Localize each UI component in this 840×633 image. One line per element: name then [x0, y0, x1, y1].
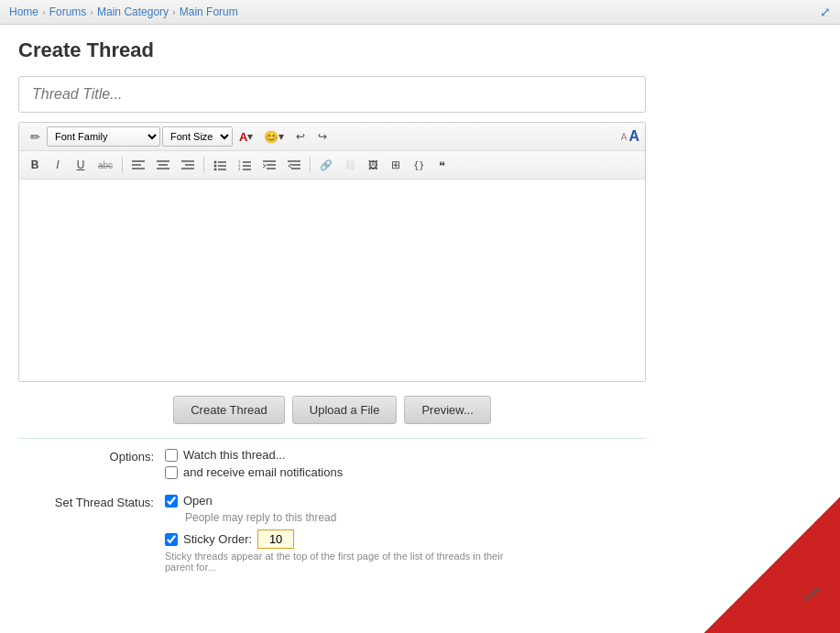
options-content: Watch this thread... and receive email n… [165, 448, 646, 483]
font-color-btn[interactable]: ▾ [235, 126, 257, 147]
options-label: Options: [18, 448, 165, 464]
breadcrumb-forums[interactable]: Forums [49, 5, 87, 18]
breadcrumb-home[interactable]: Home [9, 5, 38, 18]
font-size-select[interactable]: Font Size 8pt 10pt 12pt 14pt 18pt 24pt [162, 126, 233, 147]
image-icon [368, 158, 378, 171]
external-link-icon[interactable] [820, 5, 831, 19]
font-color-icon [239, 130, 247, 144]
thread-status-content: Open People may reply to this thread Sti… [165, 494, 646, 573]
outdent-btn[interactable] [283, 155, 305, 175]
sticky-order-input[interactable] [257, 529, 294, 549]
open-status-text: Open [183, 494, 213, 507]
main-content: Create Thread Font Family Arial Times Ne… [0, 25, 840, 597]
italic-btn[interactable]: I [48, 155, 68, 175]
create-thread-button[interactable]: Create Thread [173, 396, 285, 424]
unlink-icon [345, 158, 355, 171]
editor-toolbar-row2: B I U abc [19, 151, 645, 180]
sticky-order-row: Sticky Order: [165, 529, 646, 549]
code-btn[interactable] [409, 155, 429, 175]
list-ul-icon [213, 159, 226, 170]
emoji-btn[interactable]: ▾ [259, 126, 289, 147]
breadcrumb-sep-3: › [172, 6, 176, 17]
breadcrumb-main-category[interactable]: Main Category [97, 5, 169, 18]
indent-btn[interactable] [258, 155, 280, 175]
svg-point-9 [214, 161, 217, 164]
align-left-icon [132, 159, 145, 170]
preview-button[interactable]: Preview... [404, 396, 490, 424]
align-center-icon [157, 159, 169, 170]
breadcrumb-sep-1: › [42, 6, 46, 17]
editor-container: Font Family Arial Times New Roman Verdan… [18, 122, 646, 382]
action-buttons: Create Thread Upload a File Preview... [18, 396, 646, 424]
email-notifications-checkbox[interactable] [165, 466, 178, 479]
open-status-description: People may reply to this thread [185, 511, 646, 524]
watch-thread-text: Watch this thread... [183, 448, 286, 462]
sticky-description: Sticky threads appear at the top of the … [165, 551, 513, 573]
underline-btn[interactable]: U [71, 155, 91, 175]
list-ordered-btn[interactable]: 1. 2. 3. [234, 155, 256, 175]
redo-icon [318, 130, 327, 143]
outdent-icon [288, 159, 300, 170]
undo-icon [296, 130, 305, 143]
options-row: Options: Watch this thread... and receiv… [18, 448, 646, 483]
redo-btn[interactable] [312, 126, 333, 147]
strikethrough-btn[interactable]: abc [93, 155, 117, 175]
code-icon [413, 158, 424, 171]
quote-btn[interactable] [431, 155, 452, 175]
align-left-btn[interactable] [127, 155, 149, 175]
separator-3 [310, 157, 311, 173]
section-divider [18, 438, 646, 439]
align-center-btn[interactable] [152, 155, 174, 175]
font-family-select[interactable]: Font Family Arial Times New Roman Verdan… [47, 126, 160, 147]
thread-status-label: Set Thread Status: [18, 494, 165, 509]
source-small-label: A [621, 132, 627, 142]
editor-source-toggle-btn[interactable] [25, 126, 45, 147]
source-large-label[interactable]: A [628, 128, 639, 145]
undo-btn[interactable] [290, 126, 311, 147]
table-icon [391, 158, 400, 171]
insert-link-btn[interactable] [315, 155, 337, 175]
breadcrumb: Home › Forums › Main Category › Main For… [0, 0, 840, 25]
breadcrumb-main-forum[interactable]: Main Forum [180, 5, 238, 18]
external-icon [820, 6, 831, 19]
pencil-icon [30, 130, 40, 144]
email-notifications-text: and receive email notifications [183, 465, 343, 479]
list-unordered-btn[interactable] [209, 155, 231, 175]
watch-thread-checkbox[interactable] [165, 449, 178, 462]
editor-toolbar-row1: Font Family Arial Times New Roman Verdan… [19, 123, 645, 151]
link-icon [320, 158, 333, 171]
breadcrumb-sep-2: › [90, 6, 93, 17]
align-right-icon [181, 159, 194, 170]
emoji-icon [264, 130, 278, 144]
options-section: Options: Watch this thread... and receiv… [18, 448, 646, 573]
svg-text:3.: 3. [238, 167, 241, 170]
insert-table-btn[interactable] [386, 155, 406, 175]
sticky-order-checkbox[interactable] [165, 533, 178, 546]
open-status-checkbox[interactable] [165, 495, 178, 507]
separator-2 [203, 157, 204, 173]
remove-link-btn[interactable] [340, 155, 360, 175]
list-ol-icon: 1. 2. 3. [238, 159, 251, 170]
quote-icon [439, 158, 445, 172]
insert-image-btn[interactable] [363, 155, 383, 175]
thread-status-row: Set Thread Status: Open People may reply… [18, 494, 646, 573]
indent-icon [263, 159, 276, 170]
sticky-order-text: Sticky Order: [183, 532, 252, 546]
email-notifications-label[interactable]: and receive email notifications [165, 465, 646, 479]
svg-point-13 [214, 169, 217, 171]
page-title: Create Thread [18, 38, 822, 62]
separator-1 [122, 157, 123, 173]
watch-thread-label[interactable]: Watch this thread... [165, 448, 646, 462]
thread-title-input[interactable] [18, 76, 646, 113]
editor-body[interactable] [19, 180, 645, 381]
open-status-label[interactable]: Open [165, 494, 646, 507]
bold-btn[interactable]: B [25, 155, 45, 175]
upload-file-button[interactable]: Upload a File [292, 396, 398, 424]
svg-point-11 [214, 165, 217, 168]
align-right-btn[interactable] [177, 155, 199, 175]
